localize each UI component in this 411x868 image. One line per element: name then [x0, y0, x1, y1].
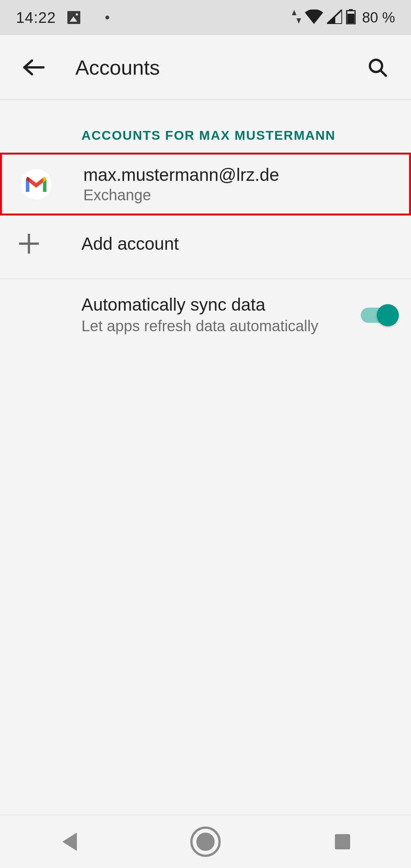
svg-rect-6 — [347, 14, 354, 24]
account-email: max.mustermann@lrz.de — [83, 164, 394, 185]
svg-marker-1 — [296, 18, 301, 24]
cellular-signal-icon — [327, 10, 342, 26]
section-header-accounts-for: ACCOUNTS FOR MAX MUSTERMANN — [0, 100, 411, 153]
data-transfer-icon — [292, 10, 301, 25]
back-button[interactable] — [15, 49, 52, 86]
nav-home-button[interactable] — [183, 819, 228, 865]
account-type: Exchange — [83, 187, 394, 204]
page-title: Accounts — [75, 56, 359, 79]
photos-icon — [67, 11, 80, 24]
nav-recent-button[interactable] — [320, 819, 365, 865]
plus-icon — [19, 234, 39, 254]
search-icon — [367, 57, 388, 78]
auto-sync-toggle[interactable] — [361, 304, 397, 327]
auto-sync-row[interactable]: Automatically sync data Let apps refresh… — [0, 279, 411, 351]
add-account-label: Add account — [81, 233, 396, 254]
accounts-list: max.mustermann@lrz.de Exchange Add accou… — [0, 153, 411, 351]
nav-back-icon — [60, 833, 77, 851]
battery-percentage: 80 % — [362, 10, 395, 26]
nav-back-button[interactable] — [46, 819, 91, 865]
search-button[interactable] — [359, 49, 396, 86]
switch-thumb-icon — [377, 304, 399, 326]
wifi-icon — [305, 10, 323, 26]
svg-line-9 — [381, 70, 386, 76]
status-bar: 14:22 80 % — [0, 0, 411, 35]
nav-recent-icon — [335, 834, 350, 849]
arrow-left-icon — [22, 58, 45, 77]
auto-sync-subtitle: Let apps refresh data automatically — [81, 316, 349, 336]
battery-icon — [346, 9, 356, 26]
account-item[interactable]: max.mustermann@lrz.de Exchange — [0, 153, 411, 215]
svg-marker-15 — [62, 833, 77, 851]
add-account-item[interactable]: Add account — [0, 215, 411, 272]
svg-marker-0 — [292, 10, 296, 15]
notification-dot-icon — [105, 16, 109, 19]
system-nav-bar — [0, 815, 411, 868]
svg-marker-14 — [29, 178, 43, 188]
app-bar: Accounts — [0, 35, 411, 100]
gmail-icon — [21, 169, 51, 199]
status-time: 14:22 — [16, 9, 56, 26]
auto-sync-title: Automatically sync data — [81, 294, 349, 315]
nav-home-icon — [190, 827, 221, 857]
